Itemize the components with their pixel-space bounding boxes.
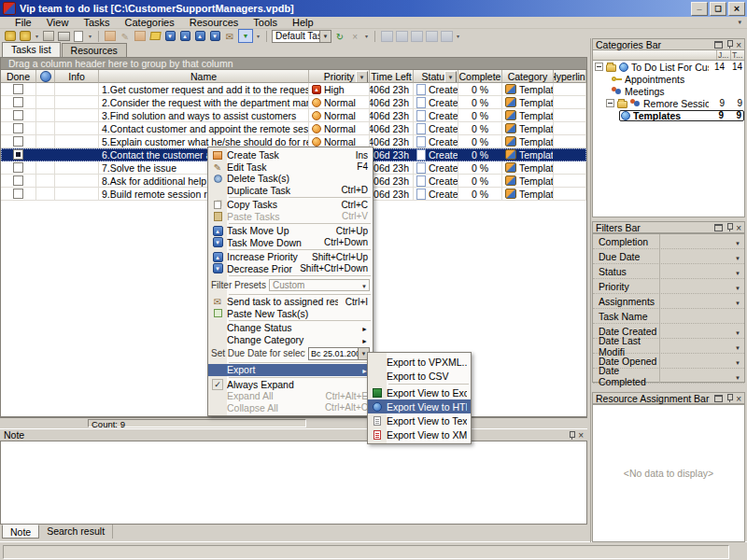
task-view-combo[interactable]: Default Task Vi bbox=[272, 30, 331, 43]
tab-search-result[interactable]: Search result bbox=[39, 525, 113, 539]
view-group-dropdown-icon[interactable]: ▾ bbox=[365, 33, 368, 39]
categories-pin-icon[interactable] bbox=[726, 40, 733, 49]
menu-item-send-task[interactable]: Send task to assigned resourceCtrl+I bbox=[208, 296, 373, 308]
table-row[interactable]: 3.Find solution and ways to assist custo… bbox=[1, 109, 586, 122]
group-by-bar[interactable]: Drag a column header here to group by th… bbox=[0, 57, 587, 69]
submenu-item-export-csv[interactable]: Export to CSV bbox=[368, 369, 471, 383]
collapse-icon[interactable] bbox=[606, 99, 614, 107]
new-database-icon[interactable] bbox=[4, 31, 17, 42]
tab-tasks-list[interactable]: Tasks list bbox=[2, 42, 61, 57]
move-up-icon[interactable] bbox=[178, 31, 191, 42]
menu-item-always-expand[interactable]: Always Expand bbox=[208, 379, 373, 391]
menu-item-decrease-priority[interactable]: Decrease PriorityShift+Ctrl+Down bbox=[208, 263, 373, 275]
submenu-item-export-view-excel[interactable]: Export View to Excel bbox=[368, 385, 471, 399]
resource-close-icon[interactable] bbox=[736, 393, 741, 404]
note-close-icon[interactable] bbox=[578, 429, 584, 441]
menu-help[interactable]: Help bbox=[285, 17, 321, 28]
edit-task-icon[interactable] bbox=[119, 31, 132, 42]
menu-item-export[interactable]: Export bbox=[208, 364, 373, 376]
filter-row-date-last-modified[interactable]: Date Last Modifi bbox=[593, 339, 744, 354]
print-icon[interactable] bbox=[57, 31, 70, 42]
delete-task-icon[interactable] bbox=[134, 31, 147, 42]
filter-row-due-date[interactable]: Due Date bbox=[593, 249, 744, 264]
send-task-icon[interactable] bbox=[223, 31, 236, 42]
filter-dropdown-icon[interactable] bbox=[735, 341, 740, 352]
filter-row-task-name[interactable]: Task Name bbox=[593, 309, 744, 324]
open-database-icon[interactable] bbox=[19, 31, 32, 42]
category-tool-icon-1[interactable] bbox=[380, 31, 393, 42]
category-tool-icon-5[interactable] bbox=[440, 31, 453, 42]
menu-item-delete-task[interactable]: Delete Task(s) bbox=[208, 173, 373, 185]
filter-presets-arrow-icon[interactable] bbox=[361, 280, 367, 290]
open-dropdown-icon[interactable]: ▾ bbox=[35, 33, 38, 39]
set-due-date-combo[interactable]: Bc 25.01.2009 bbox=[308, 347, 370, 360]
column-header-hyperlink[interactable]: Hyperlink bbox=[554, 70, 586, 83]
create-task-icon[interactable] bbox=[104, 31, 117, 42]
menu-item-copy-tasks[interactable]: Copy TasksCtrl+C bbox=[208, 199, 373, 211]
column-header-status[interactable]: Status bbox=[414, 70, 458, 83]
category-group-dropdown-icon[interactable]: ▾ bbox=[457, 33, 459, 39]
filter-dropdown-icon[interactable] bbox=[735, 356, 740, 367]
menu-item-increase-priority[interactable]: Increase PriorityShift+Ctrl+Up bbox=[208, 251, 373, 263]
tree-item-remote-session[interactable]: Remore Session 9 9 bbox=[593, 97, 744, 109]
categories-close-icon[interactable] bbox=[736, 39, 741, 50]
column-header-info[interactable]: Info bbox=[55, 70, 99, 83]
tree-item-templates-selected[interactable]: Templates 9 9 bbox=[593, 109, 744, 121]
filter-dropdown-icon[interactable] bbox=[735, 296, 740, 307]
clear-view-icon[interactable] bbox=[348, 31, 361, 42]
column-header-info-icon[interactable] bbox=[36, 70, 55, 83]
filter-dropdown-icon[interactable] bbox=[735, 326, 740, 337]
refresh-view-icon[interactable] bbox=[333, 31, 346, 42]
category-tool-icon-3[interactable] bbox=[410, 31, 423, 42]
menu-item-task-move-down[interactable]: Task Move DownCtrl+Down bbox=[208, 237, 373, 249]
tab-resources[interactable]: Resources bbox=[62, 43, 127, 57]
submenu-item-export-view-html[interactable]: Export View to HTML bbox=[368, 399, 471, 413]
column-header-complete[interactable]: Complete bbox=[458, 70, 502, 83]
tag-icon[interactable] bbox=[148, 31, 162, 42]
column-header-priority[interactable]: Priority bbox=[309, 70, 370, 83]
maximize-button[interactable] bbox=[710, 2, 726, 16]
categories-float-icon[interactable] bbox=[714, 41, 723, 49]
column-header-category[interactable]: Category bbox=[502, 70, 554, 83]
category-tool-icon-4[interactable] bbox=[425, 31, 438, 42]
move-down-icon[interactable] bbox=[163, 31, 176, 42]
tab-note[interactable]: Note bbox=[2, 525, 39, 539]
done-checkbox[interactable] bbox=[13, 175, 23, 186]
done-checkbox[interactable] bbox=[13, 84, 23, 94]
menu-item-edit-task[interactable]: Edit TaskF4 bbox=[208, 161, 373, 174]
filters-pin-icon[interactable] bbox=[726, 223, 733, 231]
category-tool-icon-2[interactable] bbox=[395, 31, 408, 42]
categories-col-a[interactable]: J... bbox=[716, 50, 730, 60]
close-button[interactable] bbox=[728, 2, 745, 16]
filters-close-icon[interactable] bbox=[736, 222, 741, 233]
done-checkbox[interactable] bbox=[13, 97, 23, 107]
menu-file[interactable]: File bbox=[7, 17, 39, 28]
filters-float-icon[interactable] bbox=[714, 224, 723, 231]
task-view-combo-arrow-icon[interactable] bbox=[319, 31, 331, 42]
print-preview-icon[interactable] bbox=[72, 31, 85, 42]
task-group-dropdown-icon[interactable]: ▾ bbox=[257, 33, 260, 39]
filter-row-assignments[interactable]: Assignments bbox=[593, 294, 744, 309]
done-checkbox[interactable] bbox=[13, 189, 23, 199]
menu-item-expand-all[interactable]: Expand AllCtrl+Alt+E bbox=[208, 390, 373, 402]
filter-row-priority[interactable]: Priority bbox=[593, 279, 744, 294]
menu-resources[interactable]: Resources bbox=[182, 17, 247, 28]
filter-dropdown-icon[interactable] bbox=[735, 371, 740, 382]
menu-item-change-category[interactable]: Change Category bbox=[208, 334, 373, 346]
note-editor[interactable] bbox=[0, 441, 587, 525]
menu-item-paste-new-task[interactable]: Paste New Task(s) bbox=[208, 308, 373, 320]
filter-dropdown-icon[interactable] bbox=[735, 266, 740, 277]
done-checkbox[interactable] bbox=[13, 123, 23, 133]
resource-pin-icon[interactable] bbox=[726, 394, 733, 402]
column-header-done[interactable]: Done bbox=[1, 70, 36, 83]
filter-row-status[interactable]: Status bbox=[593, 264, 744, 279]
menu-categories[interactable]: Categories bbox=[118, 17, 182, 28]
resource-float-icon[interactable] bbox=[714, 395, 723, 402]
submenu-item-export-view-xml[interactable]: Export View to XML bbox=[368, 427, 471, 441]
menu-item-create-task[interactable]: Create TaskIns bbox=[208, 149, 373, 161]
menu-tools[interactable]: Tools bbox=[246, 17, 285, 28]
menubar-overflow-icon[interactable]: ▾ bbox=[738, 19, 741, 26]
tree-item-appointments[interactable]: Appointments bbox=[593, 73, 744, 85]
menu-view[interactable]: View bbox=[39, 17, 77, 28]
filter-dropdown-icon[interactable] bbox=[735, 236, 740, 247]
